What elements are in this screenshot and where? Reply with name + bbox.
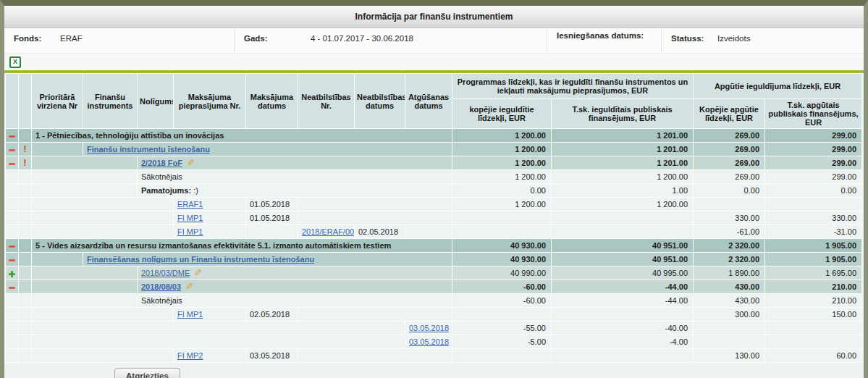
amount-cell: 60.00 <box>765 349 862 363</box>
label-cell: ERAF1 <box>174 198 246 211</box>
amount-cell: 1 890.00 <box>694 266 765 280</box>
warning-cell <box>19 335 32 349</box>
label-cell: 03.05.2018 <box>405 335 452 349</box>
warning-cell: ! <box>19 156 32 170</box>
row-link[interactable]: 2/2018 FoF <box>141 159 182 167</box>
row-link[interactable]: FI MP2 <box>177 351 203 360</box>
edit-pencil-icon[interactable]: ✎ <box>185 280 193 293</box>
label-cell <box>32 349 174 363</box>
collapse-row-icon[interactable] <box>9 163 15 165</box>
column-subheader: T.sk. apgūtais publiskais finansējums, E… <box>765 99 862 129</box>
amount-cell <box>694 198 765 211</box>
row-text: Sākotnējais <box>141 296 182 305</box>
warning-cell <box>19 129 32 143</box>
table-row: 2018/08/03✎-60.00-44.00430.00210.00 <box>6 280 862 294</box>
amount-cell: -40.00 <box>552 322 694 335</box>
app-window: Informācija par finanšu instrumentiem Fo… <box>0 0 868 378</box>
warning-cell: ! <box>19 143 32 156</box>
amount-cell: 1 201.00 <box>552 156 694 170</box>
amount-cell: 2 320.00 <box>694 253 765 266</box>
amount-cell: 1.00 <box>552 184 694 198</box>
column-subheader: T.sk. ieguldītais publiskais finansējums… <box>552 99 694 129</box>
row-link[interactable]: FI MP1 <box>177 214 203 222</box>
expand-cell <box>6 349 19 363</box>
warning-cell <box>19 170 32 184</box>
label-cell <box>298 211 452 225</box>
collapse-row-icon[interactable] <box>9 287 15 289</box>
column-group-header: Programmas līdzekļi, kas ir ieguldīti fi… <box>452 74 694 99</box>
amount-cell: 40 930.00 <box>452 239 552 253</box>
label-cell: 03.05.2018 <box>246 349 298 363</box>
column-header: Nolīgums <box>138 74 174 129</box>
row-link[interactable]: 2018/08/03 <box>141 282 181 291</box>
row-link[interactable]: ERAF1 <box>177 200 203 209</box>
back-button[interactable]: Atgriezties <box>114 368 180 378</box>
table-row: FI MP203.05.2018130.0060.00 <box>6 349 862 363</box>
table-row: !Finanšu instrumentu īstenošanu1 200.001… <box>6 143 862 156</box>
collapse-row-icon[interactable] <box>9 259 15 261</box>
label-cell: Finanšu instrumentu īstenošanu <box>83 143 452 156</box>
label-cell <box>32 335 405 349</box>
collapse-row-icon[interactable] <box>9 245 15 248</box>
amount-cell: 2 320.00 <box>694 239 765 253</box>
label-cell: 01.05.2018 <box>246 211 298 225</box>
label-cell <box>298 308 452 322</box>
label-cell <box>32 143 83 156</box>
label-cell <box>32 156 138 170</box>
amount-cell: 1 200.00 <box>452 156 552 170</box>
year-field: Gads:4 - 01.07.2017 - 30.06.2018 <box>235 28 547 53</box>
label-cell <box>32 253 83 266</box>
warning-cell <box>19 211 32 225</box>
label-cell <box>32 225 174 239</box>
collapse-row-icon[interactable] <box>9 135 15 138</box>
fund-field: Fonds:ERAF <box>4 28 235 53</box>
row-link[interactable]: FI MP1 <box>177 310 203 319</box>
row-text: 1 - Pētniecības, tehnoloģiju attīstība u… <box>35 131 224 140</box>
submission-date-field-label: Iesniegšanas datums: <box>557 31 644 41</box>
row-text: Sākotnējais <box>141 172 182 181</box>
amount-cell: 299.00 <box>765 170 862 184</box>
year-field-label: Gads: <box>244 34 311 43</box>
row-link[interactable]: FI MP1 <box>177 227 203 236</box>
row-link[interactable]: Finanšu instrumentu īstenošanu <box>87 145 210 154</box>
row-link[interactable]: 03.05.2018 <box>409 324 449 332</box>
amount-cell <box>694 335 765 349</box>
amount-cell: 150.00 <box>765 308 862 322</box>
row-link[interactable]: 2018/ERAF/0011 <box>302 227 355 236</box>
table-row: 03.05.2018-55.00-40.00 <box>6 322 862 335</box>
amount-cell: 40 990.00 <box>452 266 552 280</box>
warning-cell <box>19 349 32 363</box>
label-cell <box>298 198 452 211</box>
collapse-row-icon[interactable] <box>9 149 15 151</box>
row-link[interactable]: Finansēšanas nolīgums un Finanšu instrum… <box>87 255 314 264</box>
label-cell <box>32 322 405 335</box>
table-row: Finansēšanas nolīgums un Finanšu instrum… <box>6 253 862 266</box>
amount-cell: -61.00 <box>694 225 765 239</box>
label-cell: 2018/08/03✎ <box>138 280 452 294</box>
amount-cell <box>552 225 694 239</box>
expand-row-icon[interactable] <box>9 271 15 277</box>
excel-export-icon[interactable]: X <box>9 56 21 68</box>
amount-cell <box>765 335 862 349</box>
row-link[interactable]: 2018/03/DME <box>141 269 190 277</box>
expand-cell <box>6 294 19 308</box>
row-text: 02.05.2018 <box>250 310 290 319</box>
amount-cell: -60.00 <box>452 294 552 308</box>
table-row: 2018/03/DME✎40 990.0040 995.001 890.001 … <box>6 266 862 280</box>
warning-cell <box>19 280 32 294</box>
expand-cell <box>6 266 19 280</box>
warning-cell <box>19 294 32 308</box>
amount-cell <box>552 211 694 225</box>
label-cell: Sākotnējais <box>138 170 452 184</box>
edit-pencil-icon[interactable]: ✎ <box>194 266 202 280</box>
row-link[interactable]: 03.05.2018 <box>409 337 449 346</box>
table-row: 03.05.2018-5.00-4.00 <box>6 335 862 349</box>
edit-pencil-icon[interactable]: ✎ <box>187 156 195 169</box>
expand-cell <box>6 253 19 266</box>
column-header: Maksājuma datums <box>246 74 298 129</box>
warning-cell <box>19 266 32 280</box>
table-row: Pamatojums: :)0.001.000.000.00 <box>6 184 862 198</box>
amount-cell: 1 200.00 <box>452 198 552 211</box>
warning-column-header <box>19 74 32 129</box>
column-header: Finanšu instruments <box>83 74 138 129</box>
